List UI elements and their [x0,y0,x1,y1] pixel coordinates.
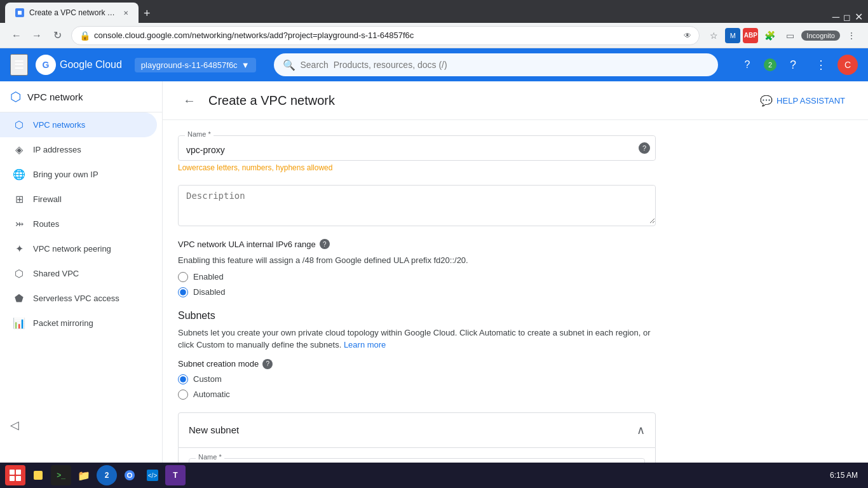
gcp-header: ☰ G Google Cloud playground-s-11-64857f6… [0,48,868,81]
sidebar-item-routes[interactable]: ⤔ Routes [0,212,157,236]
name-help-icon[interactable]: ? [639,142,650,154]
page-header: ← Create a VPC network 💬 HELP ASSISTANT [163,81,868,120]
description-field-group [178,185,656,226]
subnet-automatic-radio[interactable] [178,390,188,400]
name-input-container: Name * ? [178,135,656,161]
sidebar-item-vpc-networks[interactable]: ⬡ VPC networks [0,112,157,137]
maximize-button[interactable]: ◻ [843,12,851,22]
adblock-icon[interactable]: ABP [743,28,758,43]
project-selector[interactable]: playground-s-11-64857f6c ▼ [135,58,256,72]
active-tab[interactable]: Create a VPC network – VPC : ✕ [5,3,139,23]
subnet-automatic-option[interactable]: Automatic [178,390,656,400]
vpc-peering-icon: ✦ [13,243,25,255]
sidebar-collapse-btn[interactable]: ◁ [0,413,163,437]
extensions-icon[interactable]: M [725,28,740,43]
hamburger-menu-button[interactable]: ☰ [10,54,28,76]
project-dropdown-icon: ▼ [241,60,250,70]
svg-text:G: G [43,60,50,70]
ipv6-disabled-option[interactable]: Disabled [178,287,656,297]
ipv6-enabled-radio[interactable] [178,272,188,282]
sidebar-label-packet-mirroring: Packet mirroring [33,318,93,328]
help-center-icon[interactable]: ? [736,53,759,76]
sidebar-item-vpc-network-peering[interactable]: ✦ VPC network peering [0,236,157,261]
sidebar-label-vpc-networks: VPC networks [33,120,85,130]
ipv6-enabled-option[interactable]: Enabled [178,272,656,282]
reload-button[interactable]: ↻ [48,27,66,44]
sidebar-item-packet-mirroring[interactable]: 📊 Packet mirroring [0,311,157,336]
subnet-custom-radio[interactable] [178,374,188,384]
search-bar[interactable]: 🔍 [274,53,719,76]
url-bar[interactable]: 🔒 console.cloud.google.com/networking/ne… [71,26,700,45]
browser-tab-bar: Create a VPC network – VPC : ✕ + ─ ◻ ✕ [0,0,868,23]
sidebar-label-vpc-network-peering: VPC network peering [33,244,111,254]
new-subnet-header[interactable]: New subnet ∧ [178,412,656,448]
name-input[interactable] [179,136,655,160]
subnet-name-field-label: Name * [196,453,224,461]
search-input[interactable] [301,60,710,70]
sidebar-label-shared-vpc: Shared VPC [33,269,79,278]
sidebar-item-serverless-vpc-access[interactable]: ⬟ Serverless VPC access [0,286,157,311]
subnet-automatic-label: Automatic [193,390,230,399]
name-field-group: Name * ? Lowercase letters, numbers, hyp… [178,135,656,172]
form-content: Name * ? Lowercase letters, numbers, hyp… [163,120,671,463]
more-options-icon[interactable]: ⋮ [843,27,860,44]
description-textarea[interactable] [179,186,655,224]
main-layout: ⬡ VPC network ⬡ VPC networks ◈ IP addres… [0,81,868,463]
subnet-creation-mode-label-row: Subnet creation mode ? [178,359,656,369]
page-title: Create a VPC network [208,93,335,108]
ipv6-label-row: VPC network ULA internal IPv6 range ? [178,239,656,249]
sidebar-toggle-icon[interactable]: ▭ [781,27,799,44]
incognito-badge: Incognito [801,30,840,41]
new-tab-button[interactable]: + [139,4,156,23]
content-area: ← Create a VPC network 💬 HELP ASSISTANT … [163,81,868,463]
tab-close-btn[interactable]: ✕ [123,10,128,17]
puzzle-icon[interactable]: 🧩 [761,27,778,44]
ipv6-section: VPC network ULA internal IPv6 range ? En… [178,239,656,297]
forward-nav-button[interactable]: → [28,27,46,44]
help-icon[interactable]: ? [782,53,804,76]
tab-favicon [15,8,24,17]
more-menu-icon[interactable]: ⋮ [810,53,832,76]
sidebar-item-bring-your-own-ip[interactable]: 🌐 Bring your own IP [0,162,157,187]
new-subnet-section: New subnet ∧ Name * [178,412,656,463]
sidebar-item-firewall[interactable]: ⊞ Firewall [0,187,157,212]
user-avatar[interactable]: C [837,55,858,75]
ipv6-disabled-radio[interactable] [178,287,188,297]
help-assistant-button[interactable]: 💬 HELP ASSISTANT [752,90,853,112]
sidebar: ⬡ VPC network ⬡ VPC networks ◈ IP addres… [0,81,163,463]
url-text: console.cloud.google.com/networking/netw… [94,30,684,40]
subnet-creation-mode-help-icon[interactable]: ? [262,359,273,369]
ipv6-disabled-label: Disabled [193,287,226,297]
sidebar-item-ip-addresses[interactable]: ◈ IP addresses [0,137,157,162]
close-button[interactable]: ✕ [855,11,863,23]
subnets-section: Subnets Subnets let you create your own … [178,310,656,400]
back-button[interactable]: ← [178,89,201,112]
lock-icon: 🔒 [79,30,90,41]
sidebar-item-shared-vpc[interactable]: ⬡ Shared VPC [0,261,157,286]
subnets-title: Subnets [178,310,656,322]
google-cloud-logo[interactable]: G Google Cloud [36,55,122,75]
notification-badge[interactable]: 2 [764,58,776,71]
minimize-button[interactable]: ─ [832,11,839,23]
ipv6-section-title: VPC network ULA internal IPv6 range [178,240,316,249]
ipv6-radio-group: Enabled Disabled [178,272,656,297]
back-nav-button[interactable]: ← [8,27,25,44]
name-hint: Lowercase letters, numbers, hyphens allo… [178,163,656,172]
name-help-circle: ? [639,142,650,154]
learn-more-link[interactable]: Learn more [344,340,386,349]
eye-off-icon: 👁 [684,31,691,40]
search-icon: 🔍 [283,59,295,71]
ipv6-section-desc: Enabling this feature will assign a /48 … [178,254,656,267]
ipv6-help-icon[interactable]: ? [320,239,330,249]
subnet-custom-option[interactable]: Custom [178,374,656,384]
new-subnet-title: New subnet [189,424,239,435]
sidebar-label-ip-addresses: IP addresses [33,145,81,154]
header-icons: ? 2 ? ⋮ C [736,53,858,76]
description-input-container [178,185,656,226]
vpc-network-header-icon: ⬡ [10,89,21,104]
bookmark-star-icon[interactable]: ☆ [705,27,722,44]
routes-icon: ⤔ [13,218,25,230]
google-cloud-label: Google Cloud [60,59,122,71]
sidebar-label-bring-your-own-ip: Bring your own IP [33,170,98,179]
sidebar-label-firewall: Firewall [33,194,62,204]
